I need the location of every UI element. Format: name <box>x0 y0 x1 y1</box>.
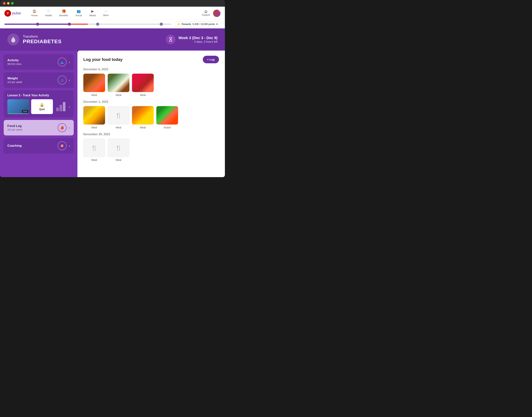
nav-home[interactable]: 🏠 Home <box>28 8 41 19</box>
food-log-card[interactable]: Food Log 3/3 per week 🍎 › <box>4 120 74 136</box>
log-button[interactable]: + Log <box>203 56 219 63</box>
progress-checkpoint-2: ✓ <box>68 23 71 26</box>
logo-icon: V <box>4 10 11 17</box>
progress-segment-1 <box>4 24 38 25</box>
nav-media[interactable]: ▶ Media <box>86 8 99 19</box>
social-icon: 👥 <box>77 9 81 13</box>
avatar[interactable] <box>213 10 221 17</box>
meal-thumbnail <box>83 106 105 125</box>
food-log-header: Log your food today + Log <box>83 56 219 63</box>
nav-health[interactable]: ♡ Health <box>42 8 55 19</box>
hourglass-icon <box>168 37 173 42</box>
fork-knife-icon: 🍴 <box>115 112 122 118</box>
nav-more-label: More <box>103 14 109 17</box>
meal-item[interactable]: 🍴 Meal <box>108 106 130 129</box>
meal-thumbnail <box>132 74 154 92</box>
nav-items: 🏠 Home ♡ Health 🎁 Benefits 👥 Social ▶ Me… <box>28 8 202 19</box>
week-title: Week 3 (Dec 3 - Dec 9) <box>179 36 218 40</box>
food-log-title: Food Log <box>7 124 58 128</box>
coaching-info: Coaching <box>7 144 58 148</box>
meal-item[interactable]: Meal <box>83 106 105 129</box>
coaching-arrow: › <box>69 144 70 148</box>
timer-icon <box>166 35 175 44</box>
headphone-icon: 🎧 <box>204 10 207 13</box>
maximize-button[interactable] <box>11 2 14 5</box>
meal-image <box>83 74 105 92</box>
meal-label: Meal <box>140 126 146 129</box>
lesson-title: Lesson 3 - Track Your Activity <box>7 94 70 97</box>
star-icon: ⭐ <box>177 23 180 25</box>
progress-checkpoint-4 <box>160 23 163 26</box>
meal-item[interactable]: Meal <box>132 74 154 96</box>
chevron-down-icon: ▾ <box>216 23 218 25</box>
meal-grid-dec1: Meal 🍴 Meal Meal <box>83 106 219 129</box>
support-button[interactable]: 🎧 Support <box>202 10 210 16</box>
nav-right: 🎧 Support <box>202 10 221 17</box>
progress-checkpoint-3 <box>96 23 99 26</box>
progress-checkpoint-1: ✓ <box>36 23 39 26</box>
date-section-nov29: November 29, 2023 🍴 Meal 🍴 Meal <box>83 133 219 161</box>
apple-icon: 🍎 <box>60 126 64 130</box>
logo-area[interactable]: V pulse <box>4 10 21 17</box>
date-label-dec1: December 1, 2023 <box>83 100 219 104</box>
date-section-dec1: December 1, 2023 Meal 🍴 Meal <box>83 100 219 129</box>
window-chrome <box>0 0 225 7</box>
notification-dot <box>219 10 221 11</box>
activity-sub: 95/150 mins <box>7 63 58 65</box>
weight-sub: 2/3 per week <box>7 81 58 83</box>
program-title: Transform PREDIABETES <box>23 35 61 44</box>
minimize-button[interactable] <box>7 2 10 5</box>
meal-thumbnail <box>83 74 105 92</box>
activity-card[interactable]: Activity 95/150 mins 👟 › <box>4 54 74 70</box>
nav-benefits[interactable]: 🎁 Benefits <box>56 8 71 19</box>
progress-bar-area: ✓ ✓ ⭐ Rewards 5,200 / 10,000 points ▾ <box>0 20 225 28</box>
meal-image <box>132 106 154 125</box>
coaching-card[interactable]: Coaching 🎯 › <box>4 138 74 154</box>
meal-item[interactable]: Meal <box>132 106 154 129</box>
close-button[interactable] <box>3 2 6 5</box>
meal-item[interactable]: 🍴 Meal <box>108 139 130 161</box>
meal-image <box>108 74 130 92</box>
meal-label: Meal <box>91 94 97 96</box>
progress-track: ✓ ✓ <box>4 24 171 25</box>
content-area: Activity 95/150 mins 👟 › Weight 2/3 per … <box>0 51 225 177</box>
lesson-chart <box>55 101 67 113</box>
rewards-label: Rewards <box>181 23 191 25</box>
weight-info: Weight 2/3 per week <box>7 77 58 83</box>
week-info: Week 3 (Dec 3 - Dec 9) 3 days, 2 hours l… <box>179 36 218 43</box>
meal-item[interactable]: Meal <box>83 74 105 96</box>
coaching-title: Coaching <box>7 144 58 148</box>
lesson-progress-fill <box>7 113 14 114</box>
program-icon <box>7 34 19 45</box>
meal-thumbnail <box>108 74 130 92</box>
more-icon: ··· <box>104 9 107 13</box>
weight-title: Weight <box>7 77 58 80</box>
nav-social[interactable]: 👥 Social <box>72 8 85 19</box>
nav-media-label: Media <box>89 14 96 17</box>
meal-thumbnail <box>132 106 154 125</box>
lesson-badge: 3/10 <box>22 110 28 113</box>
lesson-thumbnail: 3/10 <box>7 99 29 114</box>
meal-item[interactable]: 🍴 Meal <box>83 139 105 161</box>
food-log-sub: 3/3 per week <box>7 128 58 131</box>
coaching-icon-circle: 🎯 <box>58 141 67 150</box>
meal-image <box>156 106 178 125</box>
activity-icon-circle: 👟 <box>58 58 67 66</box>
rewards-button[interactable]: ⭐ Rewards 5,200 / 10,000 points ▾ <box>174 21 221 27</box>
shoe-icon: 👟 <box>60 60 64 64</box>
lesson-card[interactable]: Lesson 3 - Track Your Activity 3/10 🔒 Qu… <box>4 90 74 117</box>
meal-label: Meal <box>91 158 97 161</box>
meal-label: Meal <box>116 158 121 161</box>
meal-image <box>132 74 154 92</box>
meal-label: Snack <box>164 126 171 129</box>
window-buttons <box>3 2 14 5</box>
weight-card[interactable]: Weight 2/3 per week ⚖️ › <box>4 72 74 88</box>
food-log-panel-title: Log your food today <box>83 57 123 62</box>
activity-title: Activity <box>7 59 58 62</box>
meal-item[interactable]: Meal <box>108 74 130 96</box>
banner-right: Week 3 (Dec 3 - Dec 9) 3 days, 2 hours l… <box>166 35 218 44</box>
meal-item[interactable]: Snack <box>156 106 178 129</box>
nav-social-label: Social <box>75 14 82 17</box>
nav-more[interactable]: ··· More <box>100 8 112 19</box>
coaching-icon: 🎯 <box>60 144 64 148</box>
